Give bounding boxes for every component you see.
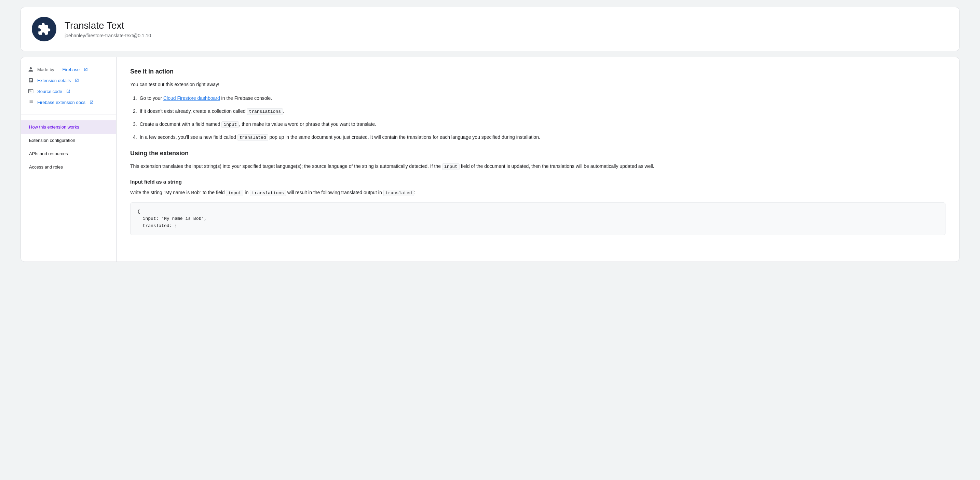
- extension-title: Translate Text: [65, 20, 151, 32]
- cloud-firestore-link[interactable]: Cloud Firestore dashboard: [163, 96, 220, 101]
- steps-list: 1. Go to your Cloud Firestore dashboard …: [130, 94, 945, 142]
- header-text: Translate Text joehanley/firestore-trans…: [65, 20, 151, 38]
- sidebar-nav: How this extension works Extension confi…: [21, 118, 116, 176]
- firebase-link[interactable]: Firebase: [62, 67, 80, 72]
- code-block: { input: 'My name is Bob', translated: {: [130, 203, 945, 235]
- details-icon: [28, 78, 34, 83]
- see-it-title: See it in action: [130, 68, 945, 75]
- nav-access-roles[interactable]: Access and roles: [21, 160, 116, 174]
- step-4: 4. In a few seconds, you'll see a new fi…: [130, 133, 945, 142]
- source-code-icon: [28, 89, 34, 94]
- nav-ext-config[interactable]: Extension configuration: [21, 134, 116, 147]
- docs-icon: [28, 99, 34, 105]
- external-link-icon-3: [66, 89, 70, 93]
- external-link-icon-4: [89, 100, 94, 104]
- extension-icon-svg: [37, 22, 51, 36]
- input-field-para: Write the string "My name is Bob" to the…: [130, 189, 945, 197]
- input-code-3: input: [226, 190, 243, 196]
- step-1: 1. Go to your Cloud Firestore dashboard …: [130, 94, 945, 102]
- nav-how-works[interactable]: How this extension works: [21, 120, 116, 134]
- translated-code-1: translated: [237, 134, 268, 141]
- sidebar: Made by Firebase Extension details: [21, 57, 116, 262]
- main-layout: Made by Firebase Extension details: [21, 57, 959, 262]
- firebase-docs-link[interactable]: Firebase extension docs: [26, 97, 111, 108]
- main-content: See it in action You can test out this e…: [116, 57, 959, 262]
- input-code-2: input: [442, 163, 460, 170]
- input-field-title: Input field as a string: [130, 179, 945, 185]
- nav-apis-resources[interactable]: APIs and resources: [21, 147, 116, 160]
- source-code-link[interactable]: Source code: [26, 86, 111, 97]
- using-title: Using the extension: [130, 150, 945, 157]
- input-code-1: input: [221, 121, 239, 128]
- see-it-intro: You can test out this extension right aw…: [130, 81, 945, 89]
- extension-details-link[interactable]: Extension details: [26, 75, 111, 86]
- step-2: 2. If it doesn't exist already, create a…: [130, 107, 945, 116]
- made-by-item: Made by Firebase: [26, 64, 111, 75]
- using-para: This extension translates the input stri…: [130, 163, 945, 171]
- step-3: 3. Create a document with a field named …: [130, 120, 945, 129]
- extension-subtitle: joehanley/firestore-translate-text@0.1.1…: [65, 33, 151, 38]
- header-card: Translate Text joehanley/firestore-trans…: [21, 7, 959, 51]
- translations-code-2: translations: [250, 190, 286, 196]
- external-link-icon: [84, 67, 88, 72]
- person-icon: [28, 67, 34, 72]
- sidebar-links: Made by Firebase Extension details: [21, 64, 116, 115]
- external-link-icon-2: [75, 78, 79, 82]
- extension-details-label: Extension details: [37, 78, 71, 83]
- source-code-label: Source code: [37, 89, 62, 94]
- extension-icon: [32, 17, 56, 41]
- translations-code-1: translations: [247, 108, 283, 115]
- firebase-docs-label: Firebase extension docs: [37, 100, 86, 105]
- translated-code-2: translated: [383, 190, 414, 196]
- made-by-label: Made by: [37, 67, 54, 72]
